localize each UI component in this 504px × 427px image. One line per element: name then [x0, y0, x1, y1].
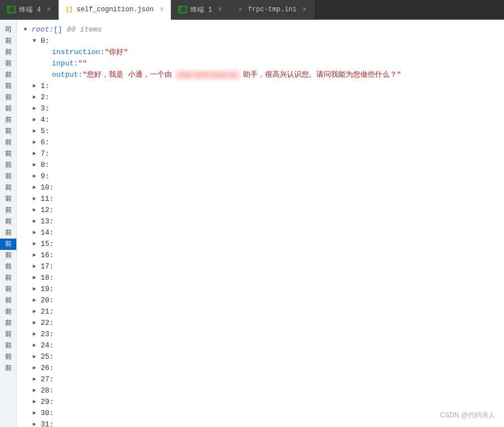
- sidebar-char-18: 前: [5, 227, 12, 239]
- sidebar-char-0: 司: [5, 24, 12, 36]
- sidebar-char-23: 前: [5, 284, 12, 295]
- item21-line: 21:: [21, 306, 504, 318]
- item31-triangle[interactable]: [33, 419, 41, 427]
- item3-triangle[interactable]: [33, 103, 41, 115]
- sidebar-char-25: 前: [5, 306, 12, 318]
- root-line: root: [] 80 items: [21, 24, 504, 36]
- item28-triangle[interactable]: [33, 385, 41, 397]
- item24-triangle[interactable]: [33, 340, 41, 351]
- sidebar-char-26: 前: [5, 318, 12, 329]
- item8-line: 8:: [21, 160, 504, 171]
- item0-triangle[interactable]: [33, 36, 41, 47]
- sidebar-char-4: 前: [5, 69, 12, 81]
- sidebar-char-12: 前: [5, 160, 12, 171]
- item13-key: 13:: [41, 216, 54, 227]
- item5-key: 5:: [41, 126, 50, 137]
- item11-key: 11:: [41, 193, 54, 205]
- item9-line: 9:: [21, 171, 504, 182]
- item12-key: 12:: [41, 205, 54, 216]
- tab-bar: ⬛ 终端 4 × {} self_cognition.json × ⬛ 终端 1…: [0, 0, 504, 20]
- sidebar-char-21: 前: [5, 261, 12, 272]
- tab-self-cognition[interactable]: {} self_cognition.json ×: [59, 0, 171, 20]
- terminal4-icon: ⬛: [7, 6, 16, 14]
- tab-frpc-tmp[interactable]: ≡ frpc-tmp.ini ×: [230, 0, 315, 20]
- item20-key: 20:: [41, 295, 54, 306]
- item26-triangle[interactable]: [33, 363, 41, 374]
- item20-triangle[interactable]: [33, 295, 41, 306]
- item23-triangle[interactable]: [33, 329, 41, 340]
- item6-line: 6:: [21, 137, 504, 148]
- tab-terminal1-label: 终端 1: [191, 5, 212, 15]
- item21-triangle[interactable]: [33, 306, 41, 318]
- watermark: CSDN @代码浪人: [440, 411, 495, 420]
- tab-terminal4[interactable]: ⬛ 终端 4 ×: [0, 0, 59, 20]
- item26-line: 26:: [21, 363, 504, 374]
- item0-instruction-line: instruction: "你好": [21, 47, 504, 58]
- ini-icon: ≡: [237, 6, 245, 14]
- item7-triangle[interactable]: [33, 148, 41, 160]
- item27-line: 27:: [21, 374, 504, 385]
- item5-triangle[interactable]: [33, 126, 41, 137]
- item6-key: 6:: [41, 137, 50, 148]
- item15-line: 15:: [21, 239, 504, 250]
- item24-key: 24:: [41, 340, 54, 351]
- sidebar-char-3: 前: [5, 58, 12, 69]
- item10-triangle[interactable]: [33, 182, 41, 193]
- item6-triangle[interactable]: [33, 137, 41, 148]
- item1-triangle[interactable]: [33, 81, 41, 92]
- tab-self-cognition-close[interactable]: ×: [160, 6, 164, 14]
- item11-triangle[interactable]: [33, 193, 41, 205]
- item25-triangle[interactable]: [33, 351, 41, 363]
- item9-triangle[interactable]: [33, 171, 41, 182]
- sidebar-char-24: 前: [5, 295, 12, 306]
- item17-triangle[interactable]: [33, 261, 41, 272]
- tab-terminal1[interactable]: ⬛ 终端 1 ×: [171, 0, 230, 20]
- root-triangle[interactable]: [24, 24, 32, 36]
- item17-key: 17:: [41, 261, 54, 272]
- item8-triangle[interactable]: [33, 160, 41, 171]
- item31-line: 31:: [21, 419, 504, 427]
- item26-key: 26:: [41, 363, 54, 374]
- item3-line: 3:: [21, 103, 504, 115]
- item2-triangle[interactable]: [33, 92, 41, 103]
- tab-terminal4-close[interactable]: ×: [46, 6, 51, 14]
- item4-triangle[interactable]: [33, 115, 41, 126]
- sidebar-char-16: 前: [5, 205, 12, 216]
- sidebar-char-6: 前: [5, 92, 12, 103]
- item22-key: 22:: [41, 318, 54, 329]
- sidebar-char-1: 前: [5, 36, 12, 47]
- item12-triangle[interactable]: [33, 205, 41, 216]
- editor-content[interactable]: root: [] 80 items 0: instruction: "你好" i…: [17, 20, 504, 427]
- instruction-val: "你好": [105, 47, 129, 58]
- item18-triangle[interactable]: [33, 272, 41, 284]
- item16-triangle[interactable]: [33, 250, 41, 261]
- item4-line: 4:: [21, 115, 504, 126]
- item15-triangle[interactable]: [33, 239, 41, 250]
- tab-terminal1-close[interactable]: ×: [218, 6, 222, 14]
- sidebar-char-10: 前: [5, 137, 12, 148]
- item9-key: 9:: [41, 171, 50, 182]
- item0-line: 0:: [21, 36, 504, 47]
- item30-triangle[interactable]: [33, 408, 41, 419]
- item29-triangle[interactable]: [33, 397, 41, 408]
- sidebar-char-27: 前: [5, 329, 12, 340]
- item18-key: 18:: [41, 272, 54, 284]
- item19-triangle[interactable]: [33, 284, 41, 295]
- sidebar-char-17: 前: [5, 216, 12, 227]
- sidebar-char-7: 前: [5, 103, 12, 115]
- tab-frpc-tmp-close[interactable]: ×: [302, 6, 307, 14]
- sidebar-char-20: 前: [5, 250, 12, 261]
- item14-line: 14:: [21, 227, 504, 239]
- sidebar-char-15: 前: [5, 193, 12, 205]
- item28-line: 28:: [21, 385, 504, 397]
- item27-triangle[interactable]: [33, 374, 41, 385]
- item19-key: 19:: [41, 284, 54, 295]
- item14-triangle[interactable]: [33, 227, 41, 239]
- item22-triangle[interactable]: [33, 318, 41, 329]
- item10-key: 10:: [41, 182, 54, 193]
- output-key: output:: [52, 69, 83, 81]
- sidebar-char-30: 前: [5, 363, 12, 374]
- item0-input-line: input: "": [21, 58, 504, 69]
- item13-triangle[interactable]: [33, 216, 41, 227]
- item28-key: 28:: [41, 385, 54, 397]
